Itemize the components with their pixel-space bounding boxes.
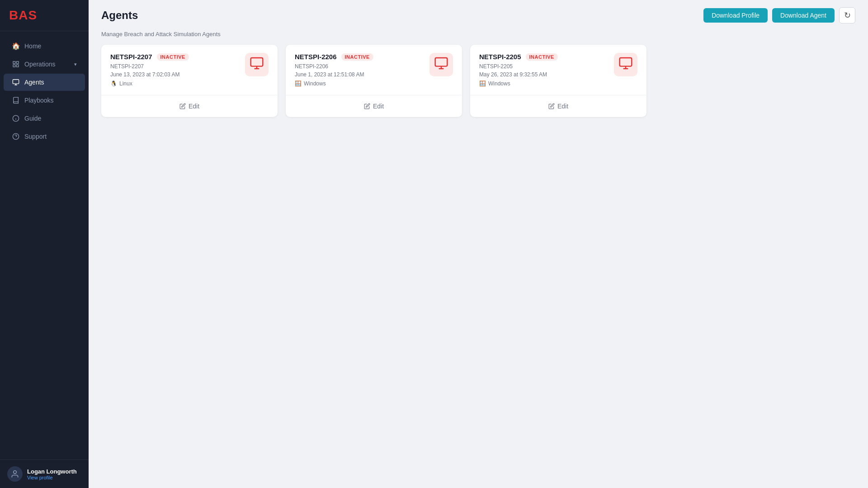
view-profile-link[interactable]: View profile (27, 475, 77, 480)
agent-card: NETSPI-2207 INACTIVE NETSPI-2207 June 13… (101, 45, 278, 117)
agent-date: June 1, 2023 at 12:51:08 AM (295, 71, 429, 78)
card-icon-area (429, 53, 453, 76)
os-icon: 🐧 (110, 80, 117, 87)
agent-card: NETSPI-2206 INACTIVE NETSPI-2206 June 1,… (286, 45, 462, 117)
agent-os: 🪟 Windows (295, 80, 429, 87)
sidebar-item-guide[interactable]: Guide (4, 110, 85, 127)
card-icon-area (245, 53, 269, 76)
svg-rect-2 (13, 65, 15, 67)
refresh-icon: ↻ (844, 10, 851, 20)
edit-button[interactable]: Edit (176, 101, 203, 112)
svg-rect-8 (251, 58, 263, 66)
agent-id: NETSPI-2206 (295, 63, 429, 70)
status-badge: INACTIVE (157, 53, 189, 61)
card-footer: Edit (470, 95, 646, 117)
sidebar-item-playbooks[interactable]: Playbooks (4, 92, 85, 109)
topbar-actions: Download Profile Download Agent ↻ (703, 7, 855, 23)
operations-icon (12, 60, 20, 68)
agents-icon (12, 78, 20, 86)
sidebar-item-support[interactable]: Support (4, 128, 85, 145)
card-info: NETSPI-2207 INACTIVE NETSPI-2207 June 13… (110, 53, 245, 87)
logo: BAS (9, 8, 37, 22)
sidebar-item-agents[interactable]: Agents (4, 74, 85, 91)
playbooks-icon (12, 96, 20, 104)
os-name: Windows (488, 80, 510, 87)
svg-rect-9 (435, 58, 448, 66)
user-info: Logan Longworth View profile (27, 468, 77, 480)
monitor-icon (434, 56, 448, 74)
edit-button[interactable]: Edit (360, 101, 387, 112)
edit-label: Edit (373, 103, 384, 110)
card-footer: Edit (101, 95, 278, 117)
os-name: Linux (119, 80, 132, 87)
refresh-button[interactable]: ↻ (839, 7, 855, 23)
card-info: NETSPI-2205 INACTIVE NETSPI-2205 May 26,… (479, 53, 614, 87)
sidebar-item-agents-label: Agents (24, 79, 44, 86)
support-icon (12, 132, 20, 141)
sidebar-item-support-label: Support (24, 133, 47, 140)
sidebar-item-playbooks-label: Playbooks (24, 97, 54, 104)
sidebar-item-home-label: Home (24, 42, 41, 50)
sidebar-item-home[interactable]: 🏠 Home (4, 38, 85, 55)
os-icon: 🪟 (295, 80, 302, 87)
svg-rect-1 (16, 61, 19, 64)
monitor-icon (618, 56, 633, 74)
chevron-down-icon: ▾ (74, 61, 77, 67)
svg-rect-3 (16, 65, 19, 67)
logo-area: BAS (0, 0, 89, 31)
card-header-row: NETSPI-2207 INACTIVE (110, 53, 245, 61)
svg-rect-4 (13, 80, 19, 84)
card-icon-area (614, 53, 637, 76)
card-body: NETSPI-2207 INACTIVE NETSPI-2207 June 13… (101, 45, 278, 95)
agent-os: 🪟 Windows (479, 80, 614, 87)
page-title: Agents (101, 9, 138, 22)
card-footer: Edit (286, 95, 462, 117)
edit-icon (548, 103, 555, 109)
user-area[interactable]: Logan Longworth View profile (0, 460, 89, 488)
agent-date: May 26, 2023 at 9:32:55 AM (479, 71, 614, 78)
card-header-row: NETSPI-2206 INACTIVE (295, 53, 429, 61)
edit-button[interactable]: Edit (545, 101, 572, 112)
card-header-row: NETSPI-2205 INACTIVE (479, 53, 614, 61)
avatar (7, 466, 23, 482)
guide-icon (12, 114, 20, 122)
edit-icon (179, 103, 186, 109)
sidebar-item-operations-label: Operations (24, 61, 55, 68)
agent-name: NETSPI-2205 (479, 53, 521, 61)
status-badge: INACTIVE (341, 53, 373, 61)
agent-id: NETSPI-2207 (110, 63, 245, 70)
monitor-icon (250, 56, 264, 74)
edit-icon (364, 103, 370, 109)
svg-point-7 (14, 471, 17, 474)
sidebar-item-guide-label: Guide (24, 115, 41, 122)
edit-label: Edit (189, 103, 199, 110)
main-content: Agents Download Profile Download Agent ↻… (89, 0, 868, 488)
status-badge: INACTIVE (526, 53, 558, 61)
page-subtitle: Manage Breach and Attack Simulation Agen… (89, 31, 868, 45)
agent-date: June 13, 2023 at 7:02:03 AM (110, 71, 245, 78)
card-body: NETSPI-2206 INACTIVE NETSPI-2206 June 1,… (286, 45, 462, 95)
agent-name: NETSPI-2207 (110, 53, 152, 61)
agent-os: 🐧 Linux (110, 80, 245, 87)
sidebar-item-operations[interactable]: Operations ▾ (4, 56, 85, 73)
user-name: Logan Longworth (27, 468, 77, 475)
download-agent-button[interactable]: Download Agent (772, 8, 835, 23)
agent-card: NETSPI-2205 INACTIVE NETSPI-2205 May 26,… (470, 45, 646, 117)
agent-name: NETSPI-2206 (295, 53, 337, 61)
svg-rect-10 (620, 58, 632, 66)
sidebar-nav: 🏠 Home Operations ▾ Agents (0, 31, 89, 460)
edit-label: Edit (557, 103, 568, 110)
topbar: Agents Download Profile Download Agent ↻ (89, 0, 868, 31)
download-profile-button[interactable]: Download Profile (703, 8, 768, 23)
home-icon: 🏠 (12, 42, 20, 50)
sidebar: BAS 🏠 Home Operations ▾ Agents (0, 0, 89, 488)
os-name: Windows (304, 80, 326, 87)
card-info: NETSPI-2206 INACTIVE NETSPI-2206 June 1,… (295, 53, 429, 87)
svg-rect-0 (13, 61, 15, 64)
card-body: NETSPI-2205 INACTIVE NETSPI-2205 May 26,… (470, 45, 646, 95)
agent-id: NETSPI-2205 (479, 63, 614, 70)
os-icon: 🪟 (479, 80, 486, 87)
agents-grid: NETSPI-2207 INACTIVE NETSPI-2207 June 13… (89, 45, 868, 117)
